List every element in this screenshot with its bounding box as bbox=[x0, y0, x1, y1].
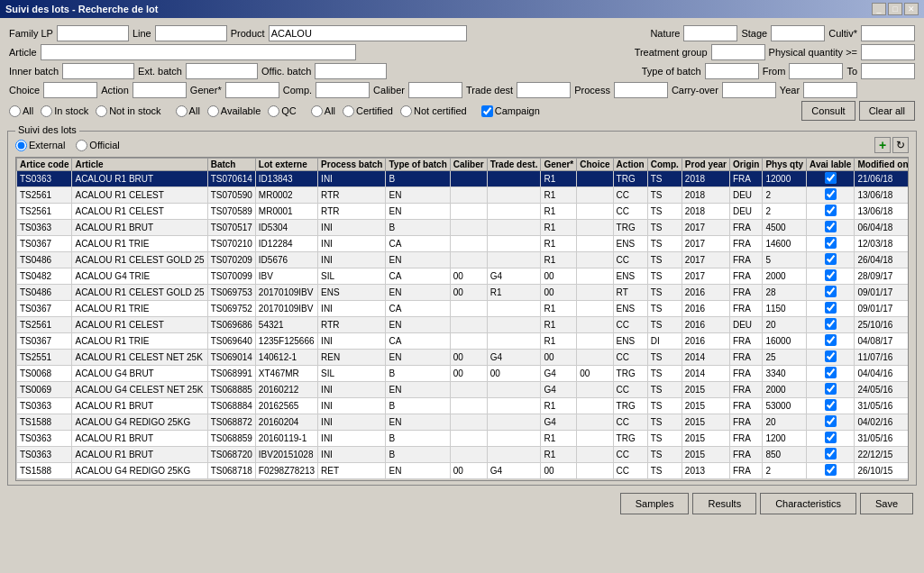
available-checkbox[interactable] bbox=[825, 415, 837, 427]
available-checkbox[interactable] bbox=[825, 286, 837, 297]
table-row[interactable]: TS0068ACALOU G4 BRUTTS068991XT467MRSILB0… bbox=[17, 366, 910, 382]
table-cell-available[interactable] bbox=[807, 268, 855, 285]
refresh-icon-button[interactable]: ↻ bbox=[892, 137, 909, 153]
table-cell-available[interactable] bbox=[807, 447, 855, 463]
input-treatmentgroup[interactable] bbox=[711, 44, 765, 60]
table-row[interactable]: TS0367ACALOU R1 TRIETS0696401235F125666I… bbox=[17, 333, 910, 350]
minimize-button[interactable]: _ bbox=[872, 3, 886, 15]
available-checkbox[interactable] bbox=[825, 383, 837, 395]
table-row[interactable]: TS1588ACALOU G4 REDIGO 25KGTS06887220160… bbox=[17, 414, 910, 431]
table-cell-available[interactable] bbox=[807, 301, 855, 317]
radio-external-input[interactable] bbox=[15, 140, 27, 151]
table-cell-available[interactable] bbox=[807, 220, 855, 236]
available-checkbox[interactable] bbox=[825, 253, 837, 265]
table-cell-available[interactable] bbox=[807, 366, 855, 382]
radio-notinstock[interactable]: Not in stock bbox=[96, 105, 160, 117]
table-cell-available[interactable] bbox=[807, 350, 855, 366]
input-caliber[interactable] bbox=[408, 82, 462, 98]
samples-button[interactable]: Samples bbox=[620, 493, 690, 514]
checkbox-campaign-input[interactable] bbox=[481, 105, 493, 117]
input-cultiv[interactable] bbox=[861, 25, 915, 41]
radio-official-input[interactable] bbox=[76, 140, 87, 151]
checkbox-campaign[interactable]: Campaign bbox=[481, 105, 540, 117]
table-cell-available[interactable] bbox=[807, 285, 855, 301]
table-cell-available[interactable] bbox=[807, 382, 855, 398]
input-line[interactable] bbox=[155, 25, 227, 41]
table-cell-available[interactable] bbox=[807, 414, 855, 431]
available-checkbox[interactable] bbox=[825, 367, 837, 378]
radio-notcertified[interactable]: Not certified bbox=[400, 105, 467, 117]
clear-all-button[interactable]: Clear all bbox=[859, 101, 915, 121]
table-cell-available[interactable] bbox=[807, 333, 855, 350]
available-checkbox[interactable] bbox=[825, 432, 837, 443]
table-row[interactable]: TS2551ACALOU R1 CELEST NET 25KTS06901414… bbox=[17, 350, 910, 366]
available-checkbox[interactable] bbox=[825, 172, 837, 184]
input-article[interactable] bbox=[41, 44, 356, 60]
maximize-button[interactable]: □ bbox=[888, 3, 902, 15]
radio-certified-input[interactable] bbox=[343, 105, 354, 117]
results-button[interactable]: Results bbox=[692, 493, 756, 514]
radio-instock[interactable]: In stock bbox=[41, 105, 88, 117]
table-cell-available[interactable] bbox=[807, 171, 855, 187]
available-checkbox[interactable] bbox=[825, 269, 837, 281]
input-familylp[interactable] bbox=[57, 25, 129, 41]
radio-official[interactable]: Official bbox=[76, 140, 119, 151]
table-row[interactable]: TS0367ACALOU R1 TRIETS070210ID12284INICA… bbox=[17, 236, 910, 252]
available-checkbox[interactable] bbox=[825, 448, 837, 459]
table-row[interactable]: TS0363ACALOU R1 BRUTTS068720IBV20151028I… bbox=[17, 447, 910, 463]
available-checkbox[interactable] bbox=[825, 464, 837, 476]
input-choice[interactable] bbox=[43, 82, 97, 98]
add-icon-button[interactable]: + bbox=[874, 137, 891, 153]
table-container[interactable]: Artice code Article Batch Lot externe Pr… bbox=[15, 157, 909, 481]
table-row[interactable]: TS0486ACALOU R1 CELEST GOLD 25TS06975320… bbox=[17, 285, 910, 301]
table-cell-available[interactable] bbox=[807, 187, 855, 204]
radio-all-3-input[interactable] bbox=[311, 105, 323, 117]
available-checkbox[interactable] bbox=[825, 221, 837, 232]
radio-all-1-input[interactable] bbox=[9, 105, 21, 117]
radio-instock-input[interactable] bbox=[41, 105, 52, 117]
input-product[interactable] bbox=[269, 25, 467, 41]
radio-available[interactable]: Available bbox=[207, 105, 261, 117]
input-to[interactable] bbox=[861, 63, 915, 79]
consult-button[interactable]: Consult bbox=[801, 101, 855, 121]
radio-certified[interactable]: Certified bbox=[343, 105, 393, 117]
input-nature[interactable] bbox=[683, 25, 737, 41]
radio-all-2[interactable]: All bbox=[176, 105, 200, 117]
radio-external[interactable]: External bbox=[15, 140, 65, 151]
radio-available-input[interactable] bbox=[207, 105, 219, 117]
table-row[interactable]: TS0482ACALOU G4 TRIETS070099IBVSILCA00G4… bbox=[17, 268, 910, 285]
input-officbatch[interactable] bbox=[315, 63, 387, 79]
table-cell-available[interactable] bbox=[807, 252, 855, 268]
radio-notcertified-input[interactable] bbox=[400, 105, 412, 117]
window-controls[interactable]: _ □ ✕ bbox=[872, 3, 919, 15]
available-checkbox[interactable] bbox=[825, 302, 837, 314]
input-gener[interactable] bbox=[225, 82, 279, 98]
table-row[interactable]: TS0486ACALOU R1 CELEST GOLD 25TS070209ID… bbox=[17, 252, 910, 268]
table-cell-available[interactable] bbox=[807, 317, 855, 333]
close-button[interactable]: ✕ bbox=[904, 3, 919, 15]
input-year[interactable] bbox=[803, 82, 857, 98]
radio-qc[interactable]: QC bbox=[268, 105, 297, 117]
input-typeofbatch[interactable] bbox=[705, 63, 759, 79]
input-from[interactable] bbox=[789, 63, 843, 79]
table-row[interactable]: TS2561ACALOU R1 CELESTTS070589MR0001RTRE… bbox=[17, 204, 910, 220]
input-innerbatch[interactable] bbox=[62, 63, 134, 79]
table-cell-available[interactable] bbox=[807, 236, 855, 252]
table-row[interactable]: TS2561ACALOU R1 CELESTTS070590MR0002RTRE… bbox=[17, 187, 910, 204]
table-row[interactable]: TS0367ACALOU R1 TRIETS06975220170109IBVI… bbox=[17, 301, 910, 317]
table-row[interactable]: TS1588ACALOU G4 REDIGO 25KGTS068718F0298… bbox=[17, 463, 910, 479]
radio-all-3[interactable]: All bbox=[311, 105, 335, 117]
characteristics-button[interactable]: Characteristics bbox=[760, 493, 856, 514]
input-comp[interactable] bbox=[316, 82, 370, 98]
table-row[interactable]: TS0363ACALOU R1 BRUTTS070614ID13843INIBR… bbox=[17, 171, 910, 187]
input-process[interactable] bbox=[614, 82, 668, 98]
table-row[interactable]: TS0363ACALOU R1 BRUTTS070517ID5304INIBR1… bbox=[17, 220, 910, 236]
available-checkbox[interactable] bbox=[825, 205, 837, 216]
available-checkbox[interactable] bbox=[825, 188, 837, 200]
radio-notinstock-input[interactable] bbox=[96, 105, 107, 117]
input-extbatch[interactable] bbox=[186, 63, 258, 79]
table-cell-available[interactable] bbox=[807, 204, 855, 220]
table-row[interactable]: TS0363ACALOU R1 BRUTTS06888420162565INIB… bbox=[17, 398, 910, 414]
radio-all-2-input[interactable] bbox=[176, 105, 188, 117]
table-row[interactable]: TS0069ACALOU G4 CELEST NET 25KTS06888520… bbox=[17, 382, 910, 398]
